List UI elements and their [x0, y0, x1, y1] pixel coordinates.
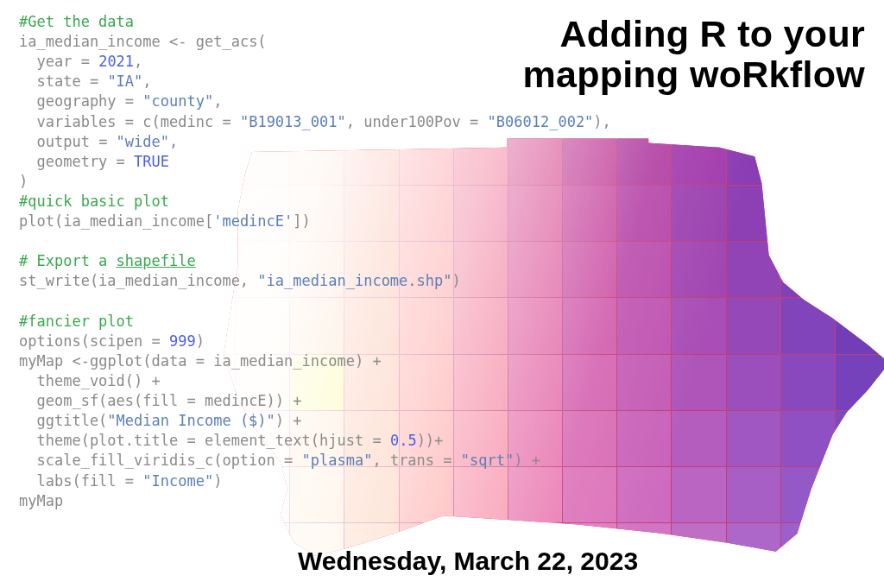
map-cell: [181, 523, 235, 579]
code-eq: =: [284, 452, 293, 469]
page-title: Adding R to your mapping woRkflow: [522, 14, 865, 96]
map-cell: [836, 411, 884, 466]
code-eq: =: [98, 133, 107, 150]
code-comment: #Get the data: [19, 13, 134, 30]
code-text: ): [19, 173, 28, 190]
map-cell: [672, 523, 725, 579]
code-string: "Median Income ($)": [107, 412, 275, 429]
map-cell: [781, 130, 835, 185]
map-cell: [836, 298, 884, 353]
map-cell: [236, 523, 289, 579]
map-cell: [727, 467, 780, 522]
map-cell: [781, 242, 835, 297]
code-eq: =: [81, 53, 90, 70]
code-eq: =: [372, 432, 381, 449]
map-cell: [836, 355, 884, 410]
map-cell: [617, 242, 671, 297]
code-eq: =: [117, 153, 125, 170]
code-bool: TRUE: [125, 153, 169, 170]
code-text: plot(ia_median_income[: [19, 212, 213, 230]
code-text: geom_sf(aes(fill: [19, 392, 186, 409]
code-eq: =: [222, 113, 230, 130]
map-cell: [617, 298, 671, 353]
map-cell: [781, 186, 835, 241]
event-date: Wednesday, March 22, 2023: [298, 547, 638, 576]
code-number: 999: [161, 332, 196, 350]
map-cell: [672, 411, 725, 466]
map-cell: [672, 186, 725, 241]
code-string: "B06012_002": [478, 113, 593, 130]
code-text: ,: [134, 53, 142, 70]
code-assign: <-: [169, 33, 186, 50]
code-text: ): [196, 332, 205, 350]
map-cell: [672, 298, 725, 353]
code-text: labs(fill: [19, 472, 125, 490]
code-comment: #fancier plot: [19, 313, 134, 330]
map-cell: [727, 242, 780, 297]
code-text: variables: [19, 113, 125, 130]
map-cell: [617, 411, 671, 466]
code-string: "ia_median_income.shp": [257, 272, 451, 289]
code-text: ,: [213, 92, 222, 110]
code-text: ): [452, 272, 461, 289]
code-text: state: [19, 73, 90, 90]
map-cell: [727, 411, 780, 466]
map-cell: [836, 242, 884, 297]
code-text: ,: [142, 73, 151, 90]
code-text: st_write(ia_median_income,: [19, 272, 257, 289]
code-plus: +: [152, 372, 161, 389]
code-text: scale_fill_viridis_c(option: [19, 452, 284, 469]
map-cell: [672, 467, 725, 522]
code-text: myMap: [19, 352, 72, 370]
code-text: theme_void(): [19, 372, 152, 389]
map-cell: [672, 242, 725, 297]
code-eq: =: [470, 113, 478, 130]
map-cell: [836, 523, 884, 579]
code-string: "Income": [134, 472, 213, 490]
code-eq: =: [152, 332, 161, 350]
code-string: "wide": [107, 133, 169, 150]
code-plus: +: [293, 392, 301, 409]
code-plus: +: [532, 452, 540, 469]
code-string: "sqrt": [452, 452, 515, 469]
map-cell: [781, 523, 835, 579]
map-cell: [727, 523, 780, 579]
map-cell: [781, 355, 835, 410]
code-plus: +: [434, 432, 443, 449]
map-cell: [672, 355, 725, 410]
map-cell: [727, 186, 780, 241]
code-string: "IA": [98, 73, 142, 90]
code-string: "B19013_001": [231, 113, 346, 130]
code-text: )): [417, 432, 434, 449]
code-comment: #quick basic plot: [19, 193, 169, 210]
code-text: geography: [19, 92, 125, 110]
code-text: myMap: [19, 492, 63, 509]
map-cell: [836, 186, 884, 241]
code-eq: =: [443, 452, 451, 469]
code-text: get_acs(: [186, 33, 266, 50]
code-string: 'medincE': [213, 212, 293, 230]
code-text: ]): [293, 212, 310, 230]
code-string: "plasma": [293, 452, 372, 469]
map-cell: [727, 130, 780, 185]
map-cell: [836, 467, 884, 522]
code-text: ): [275, 412, 293, 429]
code-text: , under100Pov: [346, 113, 470, 130]
code-text: ia_median_income): [205, 352, 372, 370]
map-cell: [781, 298, 835, 353]
map-cell: [672, 130, 725, 185]
code-eq: =: [125, 113, 134, 130]
code-text: element_text(hjust: [196, 432, 373, 449]
map-cell: [617, 467, 671, 522]
map-cell: [781, 467, 835, 522]
map-cell: [727, 355, 780, 410]
code-text: , trans: [372, 452, 443, 469]
code-assign: <-: [72, 352, 89, 370]
code-text: ): [514, 452, 531, 469]
code-eq: =: [186, 432, 195, 449]
code-eq: =: [186, 392, 195, 409]
code-string: "county": [134, 92, 213, 110]
map-cell: [836, 130, 884, 185]
title-line-2: mapping woRkflow: [522, 54, 865, 95]
code-text: ia_median_income: [19, 33, 169, 50]
